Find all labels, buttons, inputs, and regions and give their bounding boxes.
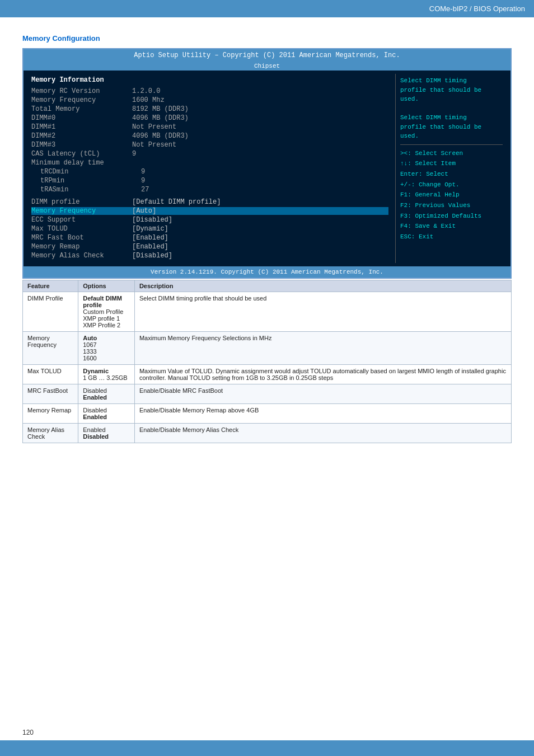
bios-value: [Disabled]: [132, 252, 172, 260]
bios-value: 8192 MB (DDR3): [132, 105, 189, 113]
bios-label: DIMM#3: [31, 141, 132, 149]
options-cell: Disabled Enabled: [78, 384, 135, 404]
bios-row: tRASmin 27: [31, 186, 388, 194]
options-cell: Auto 1067 1333 1600: [78, 332, 135, 365]
bios-row: tRCDmin 9: [31, 168, 388, 176]
bios-label: Memory Frequency: [31, 96, 132, 104]
bios-row: CAS Latency (tCL) 9: [31, 150, 388, 158]
bios-left-panel: Memory Information Memory RC Version 1.2…: [27, 74, 393, 263]
bios-value: 4096 MB (DDR3): [132, 132, 189, 140]
page-content: Memory Configuration Aptio Setup Utility…: [0, 17, 534, 460]
bios-divider: [400, 144, 503, 145]
bios-help-text-1: Select DIMM timingprofile that should be…: [400, 76, 503, 141]
bios-value: [Disabled]: [132, 216, 172, 224]
bios-value: 1600 Mhz: [132, 96, 165, 104]
bios-value: 4096 MB (DDR3): [132, 114, 189, 122]
bios-row: Memory Alias Check [Disabled]: [31, 252, 388, 260]
bios-row: DIMM#2 4096 MB (DDR3): [31, 132, 388, 140]
bios-value: [Dynamic]: [132, 225, 168, 233]
bios-label: tRPmin: [40, 177, 141, 185]
options-cell: Default DIMM profile Custom Profile XMP …: [78, 292, 135, 332]
bios-label: Minimum delay time: [31, 159, 132, 167]
bios-label: DIMM#2: [31, 132, 132, 140]
bios-value: 9: [132, 150, 136, 158]
feature-cell: MRC FastBoot: [23, 384, 78, 404]
header-bar: COMe-bIP2 / BIOS Operation: [0, 0, 534, 17]
bios-row: ECC Support [Disabled]: [31, 216, 388, 224]
bios-row: DIMM profile [Default DIMM profile]: [31, 198, 388, 206]
bios-row: DIMM#3 Not Present: [31, 141, 388, 149]
bios-section-heading: Memory Information: [31, 76, 388, 84]
bios-row: Memory Remap [Enabled]: [31, 243, 388, 251]
bios-label: DIMM#0: [31, 114, 132, 122]
bios-label: Max TOLUD: [31, 225, 132, 233]
bios-value: 9: [141, 177, 145, 185]
description-cell: Maximum Value of TOLUD. Dynamic assignme…: [134, 365, 511, 384]
bios-row: Max TOLUD [Dynamic]: [31, 225, 388, 233]
bios-label: ECC Support: [31, 216, 132, 224]
description-cell: Enable/Disable MRC FastBoot: [134, 384, 511, 404]
bios-row: tRPmin 9: [31, 177, 388, 185]
feature-cell: Max TOLUD: [23, 365, 78, 384]
bios-value: 27: [141, 186, 149, 194]
bios-value: Not Present: [132, 141, 176, 149]
bios-row: DIMM#1 Not Present: [31, 123, 388, 131]
bios-footer: Version 2.14.1219. Copyright (C) 2011 Am…: [24, 266, 510, 278]
table-row: Max TOLUD Dynamic 1 GB … 3.25GB Maximum …: [23, 365, 512, 384]
bios-label: Memory Remap: [31, 243, 132, 251]
bios-right-panel: Select DIMM timingprofile that should be…: [395, 74, 507, 263]
bios-row: MRC Fast Boot [Enabled]: [31, 234, 388, 242]
bios-label: tRASmin: [40, 186, 141, 194]
info-table: Feature Options Description DIMM Profile…: [22, 280, 512, 443]
bios-row: DIMM#0 4096 MB (DDR3): [31, 114, 388, 122]
description-cell: Enable/Disable Memory Remap above 4GB: [134, 404, 511, 424]
bios-label: MRC Fast Boot: [31, 234, 132, 242]
options-cell: Dynamic 1 GB … 3.25GB: [78, 365, 135, 384]
bios-value-memory-frequency: [Auto]: [132, 207, 156, 215]
bios-container: Aptio Setup Utility – Copyright (C) 2011…: [22, 48, 512, 279]
table-row: DIMM Profile Default DIMM profile Custom…: [23, 292, 512, 332]
bios-row: Total Memory 8192 MB (DDR3): [31, 105, 388, 113]
bios-row: Memory Frequency 1600 Mhz: [31, 96, 388, 104]
page-number: 120: [22, 729, 34, 736]
bios-row-memory-frequency[interactable]: Memory Frequency [Auto]: [31, 207, 388, 215]
bottom-bar: [0, 740, 534, 756]
bios-value: [Enabled]: [132, 243, 168, 251]
bios-keys: ><: Select Screen ↑↓: Select Item Enter:…: [400, 148, 503, 242]
bios-body: Memory Information Memory RC Version 1.2…: [24, 71, 510, 266]
bios-value: 1.2.0.0: [132, 87, 160, 95]
section-title: Memory Configuration: [22, 34, 512, 43]
bios-label: DIMM profile: [31, 198, 132, 206]
table-row: Memory Remap Disabled Enabled Enable/Dis…: [23, 404, 512, 424]
col-header-feature: Feature: [23, 280, 78, 292]
feature-cell: Memory Frequency: [23, 332, 78, 365]
options-cell: Enabled Disabled: [78, 424, 135, 443]
feature-cell: Memory Remap: [23, 404, 78, 424]
feature-cell: Memory Alias Check: [23, 424, 78, 443]
bios-value: [Enabled]: [132, 234, 168, 242]
header-title: COMe-bIP2 / BIOS Operation: [429, 4, 525, 13]
description-cell: Maximum Memory Frequency Selections in M…: [134, 332, 511, 365]
col-header-options: Options: [78, 280, 135, 292]
bios-value: 9: [141, 168, 145, 176]
bios-label: tRCDmin: [40, 168, 141, 176]
bios-value: [Default DIMM profile]: [132, 198, 221, 206]
bios-label: DIMM#1: [31, 123, 132, 131]
bios-row: Minimum delay time: [31, 159, 388, 167]
description-cell: Enable/Disable Memory Alias Check: [134, 424, 511, 443]
options-cell: Disabled Enabled: [78, 404, 135, 424]
bios-label: Memory Alias Check: [31, 252, 132, 260]
description-cell: Select DIMM timing profile that should b…: [134, 292, 511, 332]
bios-row: Memory RC Version 1.2.0.0: [31, 87, 388, 95]
bios-label: Memory RC Version: [31, 87, 132, 95]
bios-title-bar: Aptio Setup Utility – Copyright (C) 2011…: [24, 49, 510, 62]
table-row: MRC FastBoot Disabled Enabled Enable/Dis…: [23, 384, 512, 404]
bios-label: CAS Latency (tCL): [31, 150, 132, 158]
bios-label-memory-frequency: Memory Frequency: [31, 207, 132, 215]
bios-subtitle: Chipset: [24, 62, 510, 71]
feature-cell: DIMM Profile: [23, 292, 78, 332]
col-header-description: Description: [134, 280, 511, 292]
table-row: Memory Alias Check Enabled Disabled Enab…: [23, 424, 512, 443]
table-row: Memory Frequency Auto 1067 1333 1600 Max…: [23, 332, 512, 365]
bios-label: Total Memory: [31, 105, 132, 113]
